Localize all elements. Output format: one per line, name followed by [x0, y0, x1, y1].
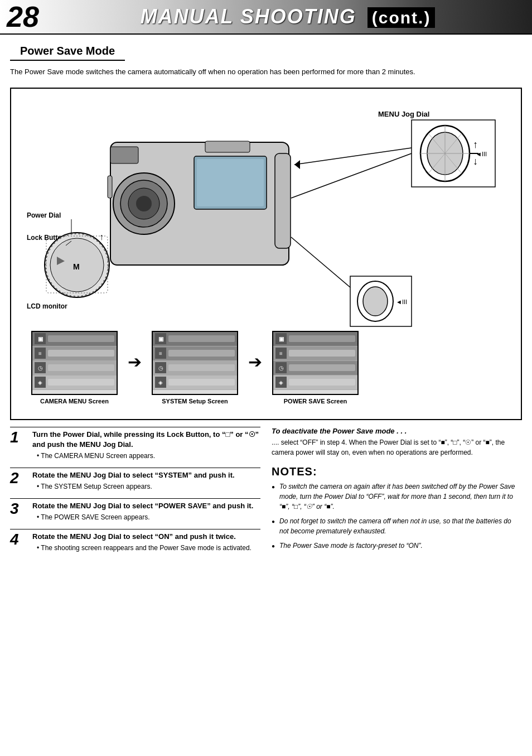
svg-rect-32: [197, 159, 264, 206]
notes-section: NOTES: To switch the camera on again aft…: [272, 465, 522, 551]
screen-icon: ◈: [275, 377, 287, 388]
camera-menu-screen: ▣ ≡ ◷ ◈ CAMERA MEN: [31, 331, 118, 405]
page-title: MANUAL SHOOTING (cont.): [50, 5, 525, 28]
screen-icon: ▣: [155, 333, 166, 344]
svg-text:↑: ↑: [473, 139, 478, 150]
svg-marker-13: [294, 160, 300, 169]
screen-icon: ≡: [35, 348, 46, 359]
svg-point-28: [120, 180, 167, 227]
deactivate-section: To deactivate the Power Save mode . . . …: [272, 427, 522, 458]
svg-rect-38: [350, 276, 412, 326]
deactivate-title: To deactivate the Power Save mode . . .: [272, 427, 522, 435]
svg-point-19: [46, 234, 108, 296]
step-number-4: 4: [10, 532, 28, 552]
svg-line-42: [291, 237, 350, 287]
power-save-thumbnail: ▣ ≡ ◷ ◈: [272, 331, 359, 395]
arrow-2: ➔: [248, 352, 262, 372]
page-header: 28 MANUAL SHOOTING (cont.): [0, 0, 532, 35]
note-item-1: To switch the camera on again after it h…: [272, 481, 522, 512]
step-main-3: Rotate the MENU Jog Dial to select “POWE…: [32, 501, 260, 511]
step-number-3: 3: [10, 501, 28, 521]
svg-point-17: [45, 233, 109, 297]
system-setup-screen: ▣ ≡ ◷ ◈ SYSTEM Set: [152, 331, 238, 405]
camera-menu-label: CAMERA MENU Screen: [40, 398, 109, 405]
step-main-2: Rotate the MENU Jog Dial to select “SYST…: [32, 470, 260, 480]
note-item-2: Do not forget to switch the camera off w…: [272, 516, 522, 536]
svg-point-40: [363, 287, 388, 316]
intro-text: The Power Save mode switches the camera …: [0, 63, 532, 83]
svg-rect-26: [110, 142, 289, 265]
power-save-label: POWER SAVE Screen: [284, 398, 347, 405]
svg-text:◄III: ◄III: [396, 298, 407, 305]
step-content-3: Rotate the MENU Jog Dial to select “POWE…: [32, 501, 260, 521]
screen-icon: ◈: [155, 377, 166, 388]
svg-rect-35: [275, 153, 291, 248]
step-main-4: Rotate the MENU Jog Dial to select “ON” …: [32, 532, 260, 542]
svg-text:◄III: ◄III: [476, 151, 487, 157]
notes-title: NOTES:: [272, 465, 522, 478]
svg-text:Lock Button: Lock Button: [27, 234, 66, 242]
step-2: 2 Rotate the MENU Jog Dial to select “SY…: [10, 468, 260, 490]
screen-icon: ◷: [35, 362, 46, 373]
step-sub-1: The CAMERA MENU Screen appears.: [32, 452, 260, 460]
svg-line-6: [428, 133, 462, 174]
deactivate-content: .... select “OFF” in step 4. When the Po…: [272, 437, 522, 458]
svg-rect-33: [205, 141, 250, 152]
note-item-3: The Power Save mode is factory-preset to…: [272, 541, 522, 551]
svg-text:↑: ↑: [99, 232, 104, 242]
svg-line-37: [291, 153, 412, 198]
screen-icon: ≡: [275, 348, 287, 359]
step-4: 4 Rotate the MENU Jog Dial to select “ON…: [10, 529, 260, 552]
system-setup-thumbnail: ▣ ≡ ◷ ◈: [152, 331, 238, 395]
camera-area: MENU Jog Dial ↑ ↓ ◄III Power Dial: [20, 98, 512, 410]
svg-point-2: [427, 132, 463, 175]
svg-point-30: [136, 196, 152, 211]
steps-right: To deactivate the Power Save mode . . . …: [272, 427, 522, 560]
svg-rect-11: [412, 120, 495, 187]
steps-section: 1 Turn the Power Dial, while pressing it…: [0, 427, 532, 560]
svg-text:LCD monitor: LCD monitor: [27, 302, 67, 310]
svg-point-29: [128, 188, 159, 219]
section-title: Power Save Mode: [10, 39, 125, 61]
svg-text:↓: ↓: [473, 156, 478, 167]
power-save-screen: ▣ ≡ ◷ ◈ POWER SAVE: [272, 331, 359, 405]
step-sub-4: The shooting screen reappears and the Po…: [32, 544, 260, 552]
screen-icon: ≡: [155, 348, 166, 359]
step-content-1: Turn the Power Dial, while pressing its …: [32, 430, 260, 460]
step-sub-3: The POWER SAVE Screen appears.: [32, 513, 260, 521]
steps-left: 1 Turn the Power Dial, while pressing it…: [10, 427, 260, 560]
svg-rect-34: [110, 147, 138, 163]
svg-point-1: [420, 126, 470, 181]
svg-text:Power Dial: Power Dial: [27, 211, 61, 219]
step-main-1: Turn the Power Dial, while pressing its …: [32, 430, 260, 450]
arrow-1: ➔: [128, 352, 142, 372]
step-content-2: Rotate the MENU Jog Dial to select “SYST…: [32, 470, 260, 490]
screen-icon: ◷: [155, 362, 166, 373]
screen-icon: ▣: [275, 333, 287, 344]
svg-rect-36: [108, 176, 112, 198]
svg-rect-23: [46, 236, 108, 293]
step-3: 3 Rotate the MENU Jog Dial to select “PO…: [10, 498, 260, 521]
svg-point-18: [50, 238, 104, 292]
screen-icon: ◷: [275, 362, 287, 373]
step-number-2: 2: [10, 470, 28, 490]
step-1: 1 Turn the Power Dial, while pressing it…: [10, 427, 260, 460]
system-setup-label: SYSTEM Setup Screen: [162, 398, 228, 405]
svg-text:M: M: [73, 262, 80, 271]
diagram-box: MENU Jog Dial ↑ ↓ ◄III Power Dial: [10, 88, 522, 420]
camera-menu-thumbnail: ▣ ≡ ◷ ◈: [31, 331, 118, 395]
svg-line-25: [66, 241, 71, 245]
svg-line-5: [428, 133, 462, 174]
svg-text:MENU Jog Dial: MENU Jog Dial: [378, 110, 429, 118]
svg-point-27: [113, 173, 175, 234]
screen-icon: ▣: [35, 333, 46, 344]
svg-point-39: [357, 281, 393, 321]
step-content-4: Rotate the MENU Jog Dial to select “ON” …: [32, 532, 260, 552]
svg-rect-31: [194, 156, 267, 209]
page-number: 28: [7, 2, 39, 31]
screen-icon: ◈: [35, 377, 46, 388]
svg-marker-21: [57, 257, 65, 265]
svg-line-12: [294, 148, 412, 165]
step-sub-2: The SYSTEM Setup Screen appears.: [32, 483, 260, 490]
step-number-1: 1: [10, 430, 28, 460]
